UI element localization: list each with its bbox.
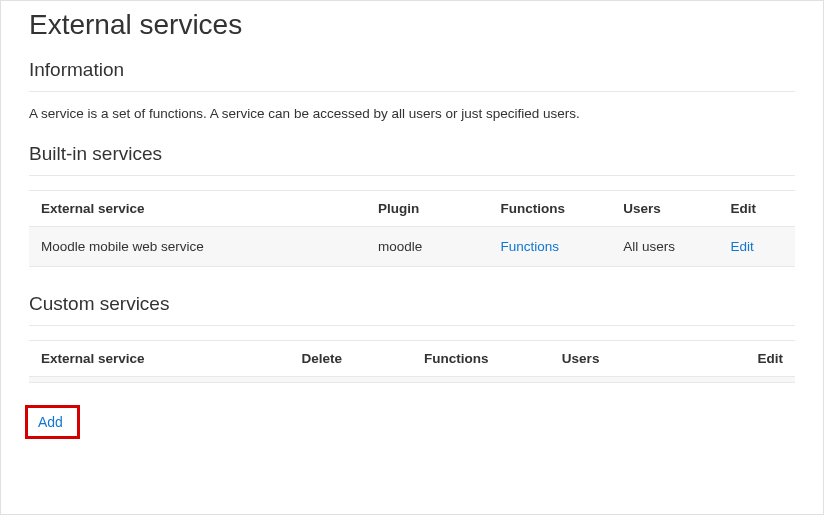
service-users: All users	[611, 227, 718, 267]
col-edit: Edit	[718, 191, 795, 227]
col-users: Users	[550, 341, 688, 377]
col-functions: Functions	[412, 341, 550, 377]
service-name: Moodle mobile web service	[29, 227, 366, 267]
divider	[29, 91, 795, 92]
builtin-services-table: External service Plugin Functions Users …	[29, 190, 795, 267]
edit-link[interactable]: Edit	[730, 239, 753, 254]
information-heading: Information	[29, 59, 795, 81]
functions-link[interactable]: Functions	[501, 239, 560, 254]
custom-services-table: External service Delete Functions Users …	[29, 340, 795, 383]
divider	[29, 325, 795, 326]
col-edit: Edit	[688, 341, 795, 377]
divider	[29, 175, 795, 176]
table-row: Moodle mobile web service moodle Functio…	[29, 227, 795, 267]
table-row-empty	[29, 377, 795, 383]
page-title: External services	[29, 9, 795, 41]
col-functions: Functions	[489, 191, 612, 227]
add-button[interactable]: Add	[38, 414, 63, 430]
external-services-panel: External services Information A service …	[0, 0, 824, 515]
table-header-row: External service Plugin Functions Users …	[29, 191, 795, 227]
col-delete: Delete	[289, 341, 412, 377]
custom-services-heading: Custom services	[29, 293, 795, 315]
col-external-service: External service	[29, 341, 289, 377]
builtin-services-heading: Built-in services	[29, 143, 795, 165]
information-text: A service is a set of functions. A servi…	[29, 106, 795, 121]
col-users: Users	[611, 191, 718, 227]
col-plugin: Plugin	[366, 191, 489, 227]
table-header-row: External service Delete Functions Users …	[29, 341, 795, 377]
col-external-service: External service	[29, 191, 366, 227]
service-plugin: moodle	[366, 227, 489, 267]
add-highlight-box: Add	[25, 405, 80, 439]
